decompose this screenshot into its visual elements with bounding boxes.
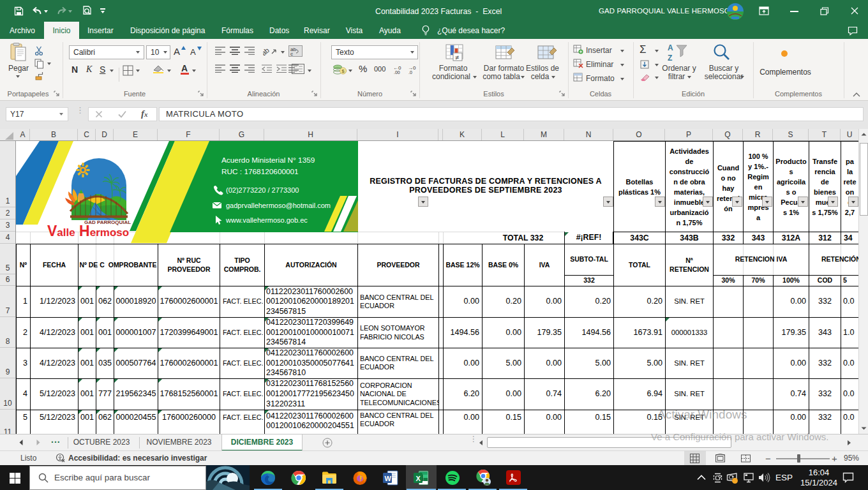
svg-text:(02)2773220 / 2773300: (02)2773220 / 2773300 bbox=[226, 186, 299, 194]
svg-text:GAD PARROQUIAL: GAD PARROQUIAL bbox=[84, 219, 131, 225]
svg-text:ab: ab bbox=[263, 46, 271, 56]
svg-text:X: X bbox=[416, 475, 421, 482]
svg-text:www.vallehermoso.gob.ec: www.vallehermoso.gob.ec bbox=[225, 216, 308, 224]
svg-text:A: A bbox=[668, 43, 673, 52]
svg-text:Acuerdo Ministerial N° 1359: Acuerdo Ministerial N° 1359 bbox=[221, 156, 315, 165]
svg-text:≠: ≠ bbox=[455, 54, 459, 61]
svg-text:RUC : 1768120600001: RUC : 1768120600001 bbox=[221, 167, 299, 176]
svg-text:W: W bbox=[385, 475, 392, 482]
svg-text:c: c bbox=[290, 51, 293, 57]
svg-text:.0: .0 bbox=[408, 70, 412, 74]
svg-text:Z: Z bbox=[668, 54, 672, 62]
svg-text:$: $ bbox=[341, 68, 345, 74]
svg-text:.00: .00 bbox=[394, 70, 400, 74]
svg-text:gadprvallehermoso@hotmail.com: gadprvallehermoso@hotmail.com bbox=[226, 202, 331, 209]
